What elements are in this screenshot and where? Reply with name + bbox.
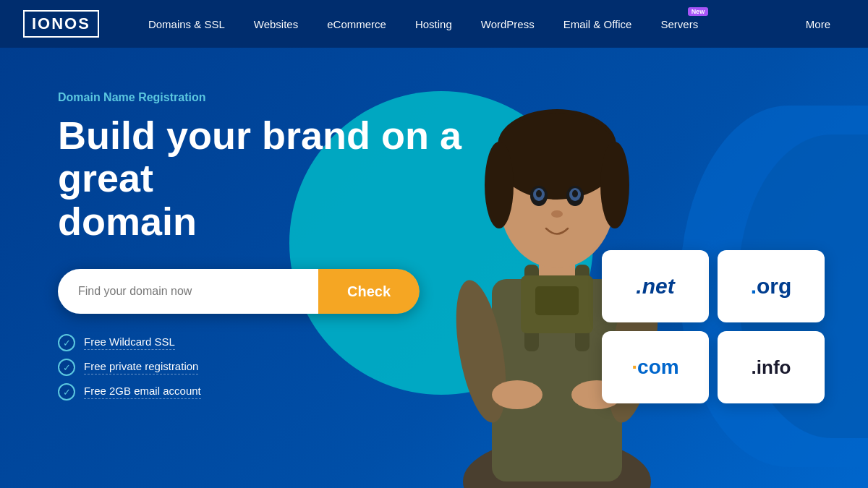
nav-item-wordpress[interactable]: WordPress	[467, 0, 549, 48]
brand-logo[interactable]: IONOS	[23, 10, 99, 38]
new-badge: New	[688, 7, 709, 16]
domain-row-top: .net .org	[602, 250, 825, 322]
feature-email-label: Free 2GB email account	[84, 385, 201, 399]
check-icon-private: ✓	[58, 359, 75, 376]
hero-subtitle: Domain Name Registration	[58, 91, 550, 104]
nav-item-hosting[interactable]: Hosting	[401, 0, 467, 48]
feature-ssl: ✓ Free Wildcard SSL	[58, 334, 550, 351]
nav-item-ecommerce[interactable]: eCommerce	[312, 0, 401, 48]
nav-item-servers[interactable]: Servers New	[646, 0, 712, 48]
domain-card-org[interactable]: .org	[718, 250, 825, 322]
domain-search-input[interactable]	[58, 269, 318, 314]
check-icon-email: ✓	[58, 383, 75, 401]
domain-cards-container: .net .org ·com .info	[602, 250, 825, 403]
nav-item-email-office[interactable]: Email & Office	[549, 0, 647, 48]
feature-ssl-label: Free Wildcard SSL	[84, 335, 175, 350]
feature-private-label: Free private registration	[84, 360, 198, 374]
feature-email: ✓ Free 2GB email account	[58, 383, 550, 401]
hero-content: Domain Name Registration Build your bran…	[58, 91, 550, 401]
nav-more-button[interactable]: More	[791, 0, 845, 48]
nav-links: Domains & SSL Websites eCommerce Hosting…	[134, 0, 791, 48]
hero-section: .net .org ·com .info Domain Name Registr…	[0, 48, 868, 488]
svg-point-15	[572, 190, 578, 197]
domain-row-bottom: ·com .info	[602, 331, 825, 403]
domain-search-button[interactable]: Check	[318, 269, 420, 314]
navbar: IONOS Domains & SSL Websites eCommerce H…	[0, 0, 868, 48]
domain-search-box: Check	[58, 269, 420, 314]
check-icon-ssl: ✓	[58, 334, 75, 351]
domain-card-com[interactable]: ·com	[602, 331, 709, 403]
domain-card-info[interactable]: .info	[718, 331, 825, 403]
feature-private: ✓ Free private registration	[58, 359, 550, 376]
nav-item-domains-ssl[interactable]: Domains & SSL	[134, 0, 239, 48]
nav-item-websites[interactable]: Websites	[239, 0, 312, 48]
svg-point-8	[600, 142, 629, 228]
svg-point-16	[551, 210, 563, 218]
domain-card-net[interactable]: .net	[602, 250, 709, 322]
hero-headline: Build your brand on a great domain	[58, 114, 550, 243]
feature-list: ✓ Free Wildcard SSL ✓ Free private regis…	[58, 334, 550, 401]
